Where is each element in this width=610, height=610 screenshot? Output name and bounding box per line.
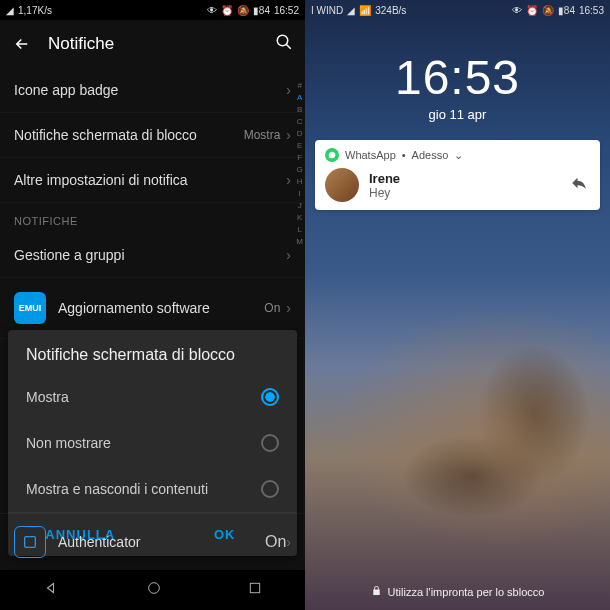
- chevron-right-icon: ›: [286, 534, 291, 550]
- row-badge-icons[interactable]: Icone app badge ›: [0, 68, 305, 113]
- emui-icon: EMUI: [14, 292, 46, 324]
- signal-icon: ◢: [347, 5, 355, 16]
- nav-home-icon[interactable]: [146, 580, 162, 600]
- nav-recent-icon[interactable]: [247, 580, 263, 600]
- settings-list: Icone app badge › Notifiche schermata di…: [0, 68, 305, 339]
- authenticator-icon: [14, 526, 46, 558]
- search-icon[interactable]: [275, 33, 293, 55]
- svg-rect-1: [25, 537, 36, 548]
- radio-icon[interactable]: [261, 480, 279, 498]
- fingerprint-hint: Utilizza l'impronta per lo sblocco: [305, 585, 610, 598]
- dnd-icon: 🔕: [237, 5, 249, 16]
- clock-date: gio 11 apr: [305, 107, 610, 122]
- alarm-icon: ⏰: [526, 5, 538, 16]
- chevron-right-icon: ›: [286, 127, 291, 143]
- row-group-mgmt[interactable]: Gestione a gruppi ›: [0, 233, 305, 278]
- notif-sender: Irene: [369, 171, 400, 186]
- svg-rect-3: [250, 583, 259, 592]
- notif-message: Hey: [369, 186, 400, 200]
- alarm-icon: ⏰: [221, 5, 233, 16]
- status-bar: ◢ 1,17K/s 👁 ⏰ 🔕 ▮84 16:52: [0, 0, 305, 20]
- header: Notifiche: [0, 20, 305, 68]
- notif-when: Adesso: [412, 149, 449, 161]
- dnd-icon: 🔕: [542, 5, 554, 16]
- notification-card[interactable]: WhatsApp • Adesso ⌄ Irene Hey: [315, 140, 600, 210]
- wifi-icon: 📶: [359, 5, 371, 16]
- clock-small: 16:52: [274, 5, 299, 16]
- section-header: NOTIFICHE: [0, 203, 305, 233]
- option-hide[interactable]: Non mostrare: [8, 420, 297, 466]
- chevron-down-icon[interactable]: ⌄: [454, 149, 463, 162]
- svg-point-0: [277, 35, 288, 46]
- dialog-title: Notifiche schermata di blocco: [8, 346, 297, 374]
- net-speed: 1,17K/s: [18, 5, 52, 16]
- battery-icon: ▮84: [558, 5, 575, 16]
- notif-header[interactable]: WhatsApp • Adesso ⌄: [325, 148, 590, 162]
- clock-small: 16:53: [579, 5, 604, 16]
- clock-time: 16:53: [305, 50, 610, 105]
- battery-icon: ▮84: [253, 5, 270, 16]
- reply-icon[interactable]: [570, 174, 588, 196]
- net-speed: 324B/s: [375, 5, 406, 16]
- chevron-right-icon: ›: [286, 82, 291, 98]
- nav-back-icon[interactable]: [43, 579, 61, 601]
- avatar: [325, 168, 359, 202]
- carrier-label: I WIND: [311, 5, 343, 16]
- option-hide-content[interactable]: Mostra e nascondi i contenuti: [8, 466, 297, 512]
- lockscreen-clock: 16:53 gio 11 apr: [305, 50, 610, 122]
- status-bar: I WIND ◢ 📶 324B/s 👁 ⏰ 🔕 ▮84 16:53: [305, 0, 610, 20]
- back-icon[interactable]: [12, 34, 32, 54]
- notif-app: WhatsApp: [345, 149, 396, 161]
- page-title: Notifiche: [48, 34, 259, 54]
- eye-icon: 👁: [207, 5, 217, 16]
- lock-icon: [371, 585, 382, 598]
- row-other-settings[interactable]: Altre impostazioni di notifica ›: [0, 158, 305, 203]
- eye-icon: 👁: [512, 5, 522, 16]
- signal-icon: ◢: [6, 5, 14, 16]
- chevron-right-icon: ›: [286, 172, 291, 188]
- chevron-right-icon: ›: [286, 300, 291, 316]
- row-lockscreen-notif[interactable]: Notifiche schermata di blocco Mostra ›: [0, 113, 305, 158]
- nav-bar: [0, 570, 305, 610]
- option-show[interactable]: Mostra: [8, 374, 297, 420]
- radio-icon[interactable]: [261, 434, 279, 452]
- lockscreen: I WIND ◢ 📶 324B/s 👁 ⏰ 🔕 ▮84 16:53 16:53 …: [305, 0, 610, 610]
- settings-screen: ◢ 1,17K/s 👁 ⏰ 🔕 ▮84 16:52 Notifiche #ABC…: [0, 0, 305, 610]
- radio-checked-icon[interactable]: [261, 388, 279, 406]
- row-authenticator[interactable]: Authenticator On ›: [0, 513, 305, 570]
- svg-point-2: [148, 583, 159, 594]
- whatsapp-icon: [325, 148, 339, 162]
- chevron-right-icon: ›: [286, 247, 291, 263]
